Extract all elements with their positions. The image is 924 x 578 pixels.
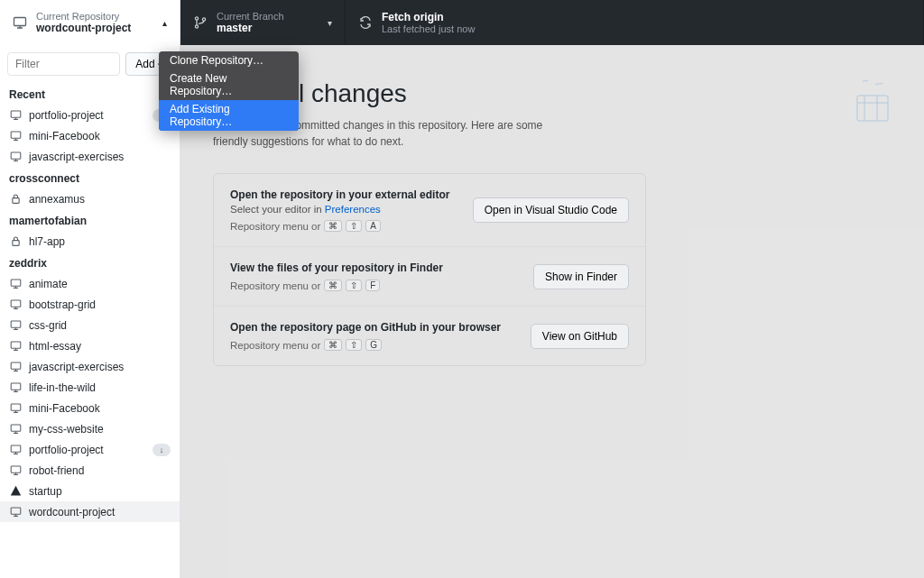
monitor-icon <box>9 444 22 456</box>
card-subtitle: Select your editor in Preferences <box>230 204 473 215</box>
dropdown-item-add-existing[interactable]: Add Existing Repository… <box>159 100 299 131</box>
dropdown-item-create[interactable]: Create New Repository… <box>159 69 299 100</box>
section-header: zeddrix <box>0 252 180 273</box>
repo-name: html-essay <box>29 340 81 353</box>
svg-rect-13 <box>11 362 21 369</box>
repo-item[interactable]: annexamus <box>0 188 180 209</box>
fetch-label: Fetch origin <box>382 11 475 23</box>
svg-rect-9 <box>11 280 21 286</box>
dropdown-item-clone[interactable]: Clone Repository… <box>159 51 299 69</box>
branch-value: master <box>217 22 284 34</box>
card-action-button[interactable]: Open in Visual Studio Code <box>473 197 629 223</box>
repo-name: bootstrap-grid <box>29 298 96 311</box>
card-title: Open the repository in your external edi… <box>230 188 473 201</box>
repo-name: mini-Facebook <box>29 402 100 415</box>
repo-item[interactable]: animate <box>0 273 180 294</box>
repo-item[interactable]: mini-Facebook <box>0 398 180 418</box>
repo-item[interactable]: startup <box>0 481 180 501</box>
repo-name: robot-friend <box>29 464 84 477</box>
svg-rect-8 <box>12 241 18 246</box>
repo-item[interactable]: robot-friend <box>0 460 180 481</box>
card-shortcut: Repository menu or ⌘ ⇧ A <box>230 220 473 232</box>
repo-item[interactable]: life-in-the-wild <box>0 377 180 398</box>
filter-input[interactable] <box>7 52 120 76</box>
svg-rect-10 <box>11 300 21 307</box>
svg-rect-14 <box>11 383 21 390</box>
monitor-icon <box>9 278 22 290</box>
repo-item[interactable]: javascript-exercises <box>0 356 180 377</box>
repo-name: animate <box>29 278 68 290</box>
card-title: Open the repository page on GitHub in yo… <box>230 321 531 334</box>
repo-label: Current Repository <box>36 11 131 22</box>
svg-rect-4 <box>11 111 21 117</box>
preferences-link[interactable]: Preferences <box>325 204 381 215</box>
monitor-icon <box>9 340 22 353</box>
svg-rect-11 <box>11 321 21 327</box>
monitor-icon <box>13 15 27 30</box>
repo-value: wordcount-project <box>36 22 131 34</box>
current-branch-selector[interactable]: Current Branch master ▾ <box>180 0 346 45</box>
repo-name: startup <box>29 485 62 498</box>
repo-item[interactable]: mini-Facebook <box>0 125 180 146</box>
repo-item[interactable]: html-essay <box>0 335 180 356</box>
card-shortcut: Repository menu or ⌘ ⇧ F <box>230 280 533 291</box>
chevron-down-icon: ▾ <box>328 18 332 28</box>
svg-rect-18 <box>11 466 21 472</box>
branch-icon <box>193 15 208 30</box>
repo-item[interactable]: portfolio-project ↓ <box>0 105 180 125</box>
suggestion-card: View the files of your repository in Fin… <box>214 247 645 307</box>
svg-rect-0 <box>14 18 26 26</box>
warning-icon <box>9 485 22 498</box>
svg-rect-19 <box>11 508 21 514</box>
sync-icon <box>358 15 373 30</box>
card-action-button[interactable]: View on GitHub <box>531 324 629 349</box>
repo-item[interactable]: hl7-app <box>0 231 180 252</box>
fetch-origin-button[interactable]: Fetch origin Last fetched just now <box>346 0 924 45</box>
monitor-icon <box>9 381 22 394</box>
svg-rect-15 <box>11 404 21 410</box>
lock-icon <box>9 235 22 248</box>
monitor-icon <box>9 423 22 436</box>
section-header: crossconnect <box>0 167 180 188</box>
repo-name: life-in-the-wild <box>29 381 96 394</box>
repo-name: css-grid <box>29 319 67 332</box>
monitor-icon <box>9 319 22 332</box>
monitor-icon <box>9 130 22 142</box>
illustration-icon <box>837 76 901 125</box>
monitor-icon <box>9 298 22 311</box>
svg-point-1 <box>195 17 198 20</box>
branch-label: Current Branch <box>217 11 284 22</box>
repo-name: hl7-app <box>29 235 65 248</box>
chevron-up-icon: ▴ <box>162 18 167 28</box>
fetch-value: Last fetched just now <box>382 23 475 34</box>
svg-rect-12 <box>11 342 21 348</box>
repo-item[interactable]: javascript-exercises <box>0 146 180 167</box>
monitor-icon <box>9 151 22 163</box>
repo-name: mini-Facebook <box>29 130 100 142</box>
card-title: View the files of your repository in Fin… <box>230 261 533 274</box>
suggestion-card: Open the repository page on GitHub in yo… <box>214 307 645 365</box>
svg-rect-6 <box>11 152 21 159</box>
svg-rect-7 <box>12 198 18 204</box>
svg-point-2 <box>195 25 198 28</box>
repo-item[interactable]: css-grid <box>0 315 180 335</box>
card-shortcut: Repository menu or ⌘ ⇧ G <box>230 339 531 351</box>
repo-name: my-css-website <box>29 423 104 436</box>
repo-item[interactable]: wordcount-project <box>0 501 180 522</box>
monitor-icon <box>9 464 22 477</box>
repo-item[interactable]: bootstrap-grid <box>0 294 180 315</box>
svg-rect-16 <box>11 425 21 431</box>
svg-rect-5 <box>11 132 21 138</box>
repo-item[interactable]: portfolio-project ↓ <box>0 439 180 460</box>
svg-rect-20 <box>857 96 888 121</box>
repo-name: portfolio-project <box>29 109 104 122</box>
current-repository-selector[interactable]: Current Repository wordcount-project ▴ <box>0 0 180 45</box>
repository-sidebar: Add ▾ Recent portfolio-project ↓ mini-Fa… <box>0 45 180 578</box>
section-header: Recent <box>0 83 180 105</box>
suggestion-card: Open the repository in your external edi… <box>214 174 645 247</box>
card-action-button[interactable]: Show in Finder <box>533 264 629 289</box>
page-title: No local changes <box>213 79 892 108</box>
monitor-icon <box>9 109 22 122</box>
repo-item[interactable]: my-css-website <box>0 418 180 439</box>
section-header: mamertofabian <box>0 209 180 231</box>
